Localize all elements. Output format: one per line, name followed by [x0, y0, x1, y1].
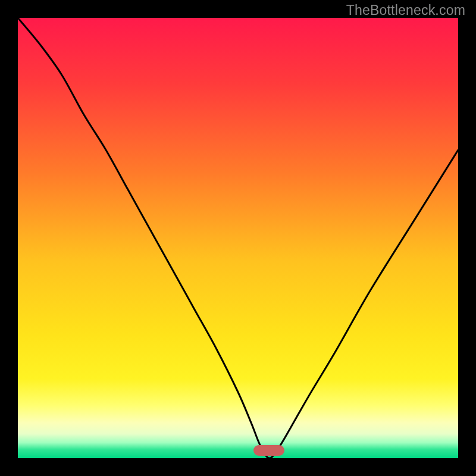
- plot-area: [18, 18, 458, 458]
- watermark-text: TheBottleneck.com: [346, 2, 465, 18]
- bottleneck-curve: [18, 18, 458, 458]
- optimum-marker: [253, 445, 284, 456]
